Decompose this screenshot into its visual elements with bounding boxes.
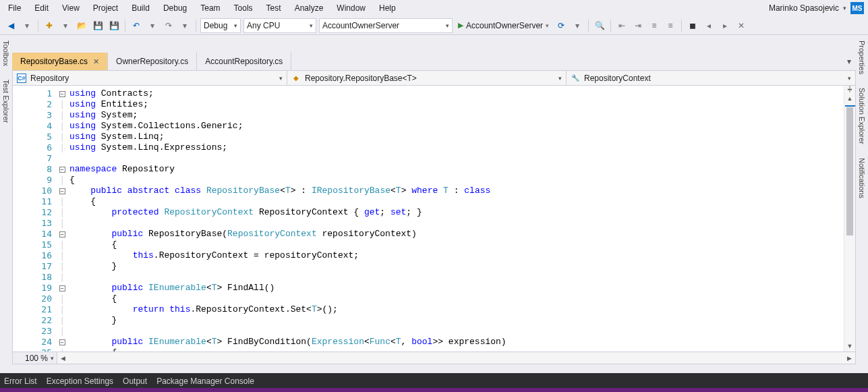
panel-tab-notifications[interactable]: Notifications [857,152,867,204]
menu-tools[interactable]: Tools [227,1,260,15]
menu-help[interactable]: Help [372,1,403,15]
tab-ownerrepository-cs[interactable]: OwnerRepository.cs [108,53,197,70]
tab-repositorybase-cs[interactable]: RepositoryBase.cs✕ [12,53,108,70]
tool-tab-package-manager-console[interactable]: Package Manager Console [156,374,254,388]
code-line[interactable]: using Entities; [69,99,844,110]
fold-toggle[interactable]: − [57,88,67,99]
nav-scope-dropdown[interactable]: C# Repository▾ [13,71,287,85]
code-line[interactable] [69,272,844,283]
scroll-right-button[interactable]: ▶ [844,352,855,364]
bookmark-button[interactable]: ◼ [685,18,700,33]
code-line[interactable]: public abstract class RepositoryBase<T> … [69,186,844,196]
panel-tab-solution-explorer[interactable]: Solution Explorer [857,82,867,150]
code-line[interactable]: this.RepositoryContext = repositoryConte… [69,250,844,261]
tab-accountrepository-cs[interactable]: AccountRepository.cs [197,53,291,70]
menu-view[interactable]: View [55,1,86,15]
solution-platform-dropdown[interactable]: Any CPU▾ [243,18,316,33]
redo-arrow[interactable]: ▾ [177,18,192,33]
code-line[interactable]: using System; [69,110,844,121]
code-line[interactable]: public IEnumerable<T> FindByCondition(Ex… [69,337,844,347]
fold-toggle[interactable]: − [57,283,67,293]
outlining-margin[interactable]: −│││││−│−│││−││││−││││−│││ [57,86,67,352]
undo-arrow[interactable]: ▾ [145,18,160,33]
prev-bookmark-button[interactable]: ◂ [701,18,716,33]
vertical-scrollbar[interactable]: ▲ ▼ [844,92,855,352]
save-all-button[interactable]: 💾 [107,18,121,33]
code-editor[interactable]: 1234567891011121314151617181920212223242… [12,85,856,352]
save-button[interactable]: 💾 [90,18,105,33]
menu-project[interactable]: Project [86,1,125,15]
panel-tab-test-explorer[interactable]: Test Explorer [1,74,11,128]
scroll-left-button[interactable]: ◀ [57,352,69,364]
code-line[interactable]: { [69,240,844,250]
zoom-dropdown[interactable]: 100 %▾ [13,352,57,364]
nav-back-button[interactable]: ◀ [3,18,18,33]
fold-toggle[interactable]: − [57,337,67,347]
undo-button[interactable]: ↶ [129,18,144,33]
tool-tab-error-list[interactable]: Error List [4,374,37,388]
start-debug-button[interactable]: ▶AccountOwnerServer▾ [454,18,553,33]
indent-button[interactable]: ⇥ [631,18,645,33]
menu-test[interactable]: Test [260,1,288,15]
code-line[interactable]: { [69,347,844,352]
scroll-down-button[interactable]: ▼ [844,340,855,352]
tab-overflow-button[interactable]: ▾ [842,53,856,70]
code-line[interactable]: { [69,175,844,186]
horizontal-scrollbar[interactable]: ◀ ▶ [57,352,855,364]
clear-bookmarks-button[interactable]: ✕ [734,18,749,33]
user-name[interactable]: Marinko Spasojevic [769,3,839,13]
code-line[interactable]: { [69,196,844,207]
code-line[interactable]: } [69,315,844,326]
outdent-button[interactable]: ⇤ [614,18,629,33]
next-bookmark-button[interactable]: ▸ [718,18,732,33]
fold-toggle[interactable]: − [57,229,67,240]
uncomment-button[interactable]: ≡ [663,18,678,33]
scroll-thumb[interactable] [846,107,853,235]
code-line[interactable] [69,218,844,229]
close-icon[interactable]: ✕ [93,57,99,66]
browser-refresh-button[interactable]: ⟳ [554,18,569,33]
menu-window[interactable]: Window [330,1,372,15]
code-line[interactable]: protected RepositoryContext RepositoryCo… [69,207,844,218]
scroll-up-button[interactable]: ▲ [844,92,855,104]
user-avatar[interactable]: MS [850,2,864,14]
redo-button[interactable]: ↷ [161,18,176,33]
browser-arrow[interactable]: ▾ [570,18,585,33]
new-project-arrow[interactable]: ▾ [58,18,73,33]
menu-team[interactable]: Team [194,1,227,15]
menu-debug[interactable]: Debug [156,1,194,15]
comment-button[interactable]: ≡ [647,18,662,33]
nav-forward-button[interactable]: ▾ [20,18,34,33]
panel-tab-toolbox[interactable]: Toolbox [1,35,11,72]
solution-config-dropdown[interactable]: Debug▾ [200,18,241,33]
menu-analyze[interactable]: Analyze [288,1,330,15]
menu-edit[interactable]: Edit [28,1,55,15]
split-handle[interactable]: ┿ [844,86,855,92]
code-line[interactable]: public IEnumerable<T> FindAll() [69,283,844,293]
code-line[interactable]: } [69,261,844,272]
nav-member-dropdown[interactable]: 🔧 RepositoryContext▾ [567,71,855,85]
code-content[interactable]: using Contracts;using Entities;using Sys… [67,86,844,352]
panel-tab-properties[interactable]: Properties [857,35,867,80]
menu-build[interactable]: Build [125,1,156,15]
code-line[interactable]: using System.Collections.Generic; [69,121,844,132]
fold-toggle[interactable]: − [57,186,67,196]
startup-project-dropdown[interactable]: AccountOwnerServer▾ [319,18,453,33]
code-line[interactable]: return this.RepositoryContext.Set<T>(); [69,304,844,315]
code-line[interactable]: { [69,293,844,304]
code-line[interactable]: namespace Repository [69,164,844,175]
code-line[interactable] [69,153,844,164]
code-line[interactable]: using System.Linq.Expressions; [69,142,844,153]
nav-type-dropdown[interactable]: ◆ Repository.RepositoryBase<T>▾ [287,71,567,85]
find-in-files-button[interactable]: 🔍 [592,18,607,33]
open-file-button[interactable]: 📂 [74,18,89,33]
code-line[interactable]: using Contracts; [69,88,844,99]
code-line[interactable]: public RepositoryBase(RepositoryContext … [69,229,844,240]
code-line[interactable]: using System.Linq; [69,132,844,142]
fold-toggle[interactable]: − [57,164,67,175]
tool-tab-output[interactable]: Output [123,374,147,388]
new-project-button[interactable]: ✚ [42,18,57,33]
code-line[interactable] [69,326,844,337]
tool-tab-exception-settings[interactable]: Exception Settings [47,374,113,388]
menu-file[interactable]: File [1,1,28,15]
